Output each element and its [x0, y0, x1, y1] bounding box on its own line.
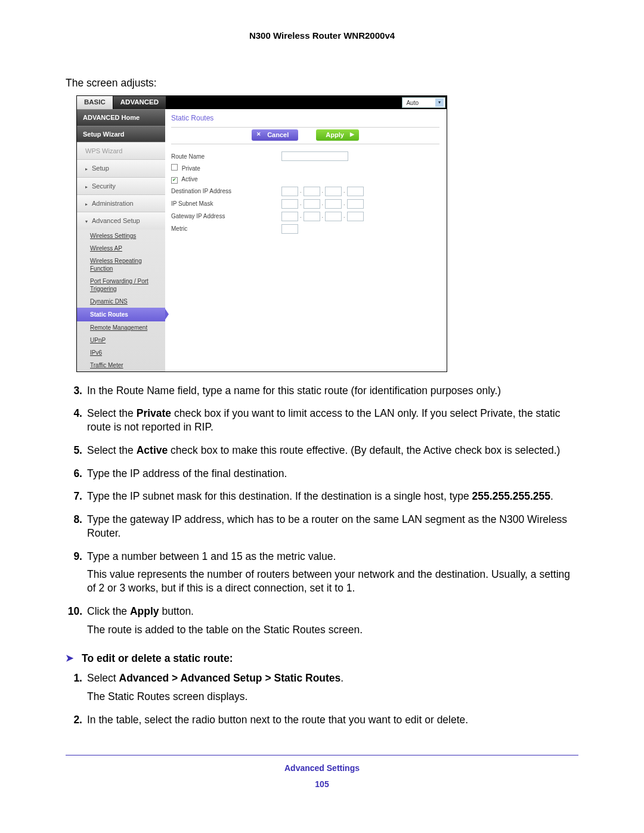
- step-number: 8.: [66, 513, 87, 545]
- intro-text: The screen adjusts:: [66, 76, 578, 90]
- label-private: Private: [182, 165, 200, 172]
- step-body: In the table, select the radio button ne…: [87, 713, 578, 732]
- step-body: In the Route Name field, type a name for…: [87, 384, 578, 402]
- step-number: 1.: [66, 671, 87, 708]
- sidebar-sub-traffic-meter[interactable]: Traffic Meter: [77, 359, 165, 371]
- label-metric: Metric: [171, 225, 281, 233]
- auto-dropdown[interactable]: Auto ▾: [402, 97, 445, 108]
- step-body: Click the Apply button.The route is adde…: [87, 605, 578, 642]
- auto-label: Auto: [406, 99, 419, 107]
- instruction-step: 3.In the Route Name field, type a name f…: [66, 384, 578, 402]
- sidebar-sub-wireless-repeating[interactable]: Wireless Repeating Function: [77, 255, 165, 275]
- input-metric[interactable]: [281, 224, 298, 234]
- tab-advanced[interactable]: ADVANCED: [113, 96, 166, 109]
- label-subnet: IP Subnet Mask: [171, 200, 281, 208]
- instruction-step: 5.Select the Active check box to make th…: [66, 444, 578, 462]
- sidebar-sub-ipv6[interactable]: IPv6: [77, 346, 165, 359]
- page-footer: Advanced Settings 105: [66, 755, 578, 789]
- label-route-name: Route Name: [171, 153, 281, 160]
- step-number: 3.: [66, 384, 87, 402]
- instruction-list-b: 1.Select Advanced > Advanced Setup > Sta…: [66, 671, 578, 731]
- router-main-panel: Static Routes ✕ Cancel Apply ▶ Route Nam…: [165, 109, 447, 371]
- close-icon: ✕: [256, 131, 261, 138]
- sidebar-sub-wireless-settings[interactable]: Wireless Settings: [77, 230, 165, 242]
- page-header-title: N300 Wireless Router WNR2000v4: [66, 30, 578, 42]
- router-screenshot: BASIC ADVANCED Auto ▾ ADVANCED Home Setu…: [76, 95, 447, 371]
- instruction-step: 6.Type the IP address of the final desti…: [66, 467, 578, 485]
- sidebar-wps-wizard[interactable]: WPS Wizard: [77, 142, 165, 159]
- triangle-right-icon: ➤: [66, 652, 73, 665]
- instruction-step: 10.Click the Apply button.The route is a…: [66, 605, 578, 642]
- sidebar-advanced-setup[interactable]: ▾Advanced Setup: [77, 212, 165, 229]
- sidebar-administration[interactable]: ▸Administration: [77, 194, 165, 212]
- step-number: 7.: [66, 490, 87, 508]
- sidebar-sub-port-forwarding[interactable]: Port Forwarding / Port Triggering: [77, 275, 165, 295]
- router-topbar: BASIC ADVANCED Auto ▾: [77, 96, 447, 109]
- checkbox-active[interactable]: ✔: [171, 177, 178, 184]
- sidebar-sub-dynamic-dns[interactable]: Dynamic DNS: [77, 295, 165, 308]
- footer-page-number: 105: [66, 779, 578, 789]
- step-body: Type the IP subnet mask for this destina…: [87, 490, 578, 508]
- input-subnet[interactable]: ...: [281, 199, 364, 209]
- input-dest-ip[interactable]: ...: [281, 187, 364, 196]
- step-body: Select Advanced > Advanced Setup > Stati…: [87, 671, 578, 708]
- step-number: 9.: [66, 550, 87, 600]
- instruction-step: 7.Type the IP subnet mask for this desti…: [66, 490, 578, 508]
- sidebar-security[interactable]: ▸Security: [77, 177, 165, 194]
- sidebar-sub-wireless-ap[interactable]: Wireless AP: [77, 242, 165, 255]
- sidebar-sub-remote-management[interactable]: Remote Management: [77, 321, 165, 334]
- label-active: Active: [181, 176, 197, 182]
- step-number: 5.: [66, 444, 87, 462]
- arrow-right-icon: ▶: [350, 131, 354, 138]
- sidebar: ADVANCED Home Setup Wizard WPS Wizard ▸S…: [77, 109, 165, 371]
- step-number: 10.: [66, 605, 87, 642]
- panel-title: Static Routes: [171, 114, 439, 123]
- procedure-heading: ➤ To edit or delete a static route:: [66, 652, 578, 665]
- step-body: Select the Active check box to make this…: [87, 444, 578, 462]
- label-dest-ip: Destination IP Address: [171, 187, 281, 195]
- footer-section: Advanced Settings: [66, 763, 578, 773]
- input-route-name[interactable]: [281, 151, 348, 161]
- instruction-list-a: 3.In the Route Name field, type a name f…: [66, 384, 578, 642]
- instruction-step: 1.Select Advanced > Advanced Setup > Sta…: [66, 671, 578, 708]
- tab-basic[interactable]: BASIC: [77, 96, 113, 109]
- step-body: Type the IP address of the final destina…: [87, 467, 578, 485]
- button-bar: ✕ Cancel Apply ▶: [171, 127, 439, 144]
- instruction-step: 2.In the table, select the radio button …: [66, 713, 578, 732]
- step-number: 6.: [66, 467, 87, 485]
- sidebar-setup-wizard[interactable]: Setup Wizard: [77, 126, 165, 142]
- instruction-step: 8.Type the gateway IP address, which has…: [66, 513, 578, 545]
- apply-button[interactable]: Apply ▶: [316, 129, 359, 141]
- sidebar-setup[interactable]: ▸Setup: [77, 159, 165, 176]
- instruction-step: 4.Select the Private check box if you wa…: [66, 407, 578, 439]
- sidebar-advanced-home[interactable]: ADVANCED Home: [77, 109, 165, 125]
- step-number: 4.: [66, 407, 87, 439]
- step-number: 2.: [66, 713, 87, 732]
- checkbox-private[interactable]: [171, 164, 178, 171]
- sidebar-sub-static-routes[interactable]: Static Routes: [77, 308, 165, 321]
- step-body: Select the Private check box if you want…: [87, 407, 578, 439]
- input-gateway[interactable]: ...: [281, 212, 364, 221]
- sidebar-sub-upnp[interactable]: UPnP: [77, 334, 165, 346]
- step-body: Type a number between 1 and 15 as the me…: [87, 550, 578, 600]
- label-gateway: Gateway IP Address: [171, 212, 281, 220]
- chevron-down-icon: ▾: [435, 98, 444, 107]
- step-body: Type the gateway IP address, which has t…: [87, 513, 578, 545]
- cancel-button[interactable]: ✕ Cancel: [252, 129, 298, 141]
- instruction-step: 9.Type a number between 1 and 15 as the …: [66, 550, 578, 600]
